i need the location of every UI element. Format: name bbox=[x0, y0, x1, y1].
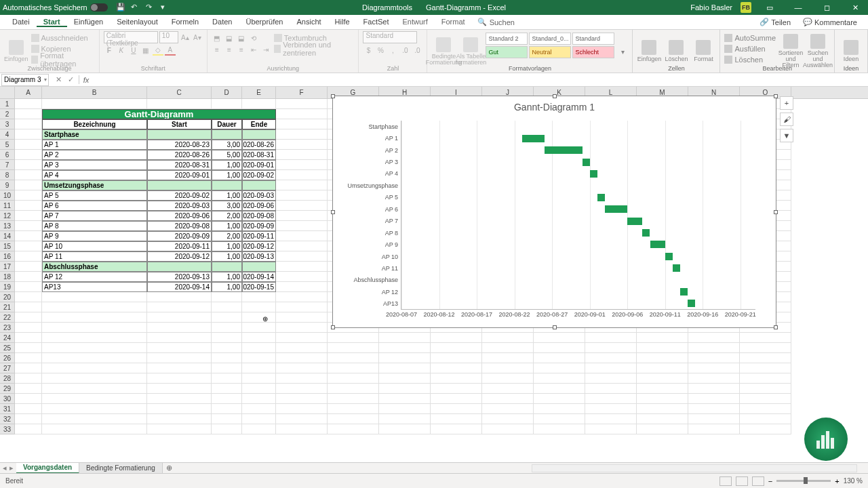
cell[interactable]: 2020-09-15 bbox=[242, 282, 276, 292]
cell[interactable] bbox=[212, 323, 242, 333]
cell[interactable] bbox=[147, 323, 212, 333]
row-header-23[interactable]: 23 bbox=[0, 323, 15, 333]
cell[interactable]: 2020-09-02 bbox=[242, 170, 276, 180]
row-header-30[interactable]: 30 bbox=[0, 394, 15, 404]
gantt-bar[interactable] bbox=[590, 170, 597, 178]
row-header-26[interactable]: 26 bbox=[0, 353, 15, 363]
row-header-13[interactable]: 13 bbox=[0, 221, 15, 231]
cell[interactable]: AP 12 bbox=[42, 272, 147, 282]
font-size-select[interactable]: 10 bbox=[159, 31, 178, 43]
col-header-D[interactable]: D bbox=[212, 87, 242, 98]
cell[interactable] bbox=[42, 394, 147, 404]
dec-decimal-icon[interactable]: .0 bbox=[412, 45, 422, 56]
cell[interactable] bbox=[15, 211, 42, 221]
cell[interactable]: 2020-08-26 bbox=[242, 140, 276, 150]
cell[interactable] bbox=[276, 353, 328, 363]
comma-icon[interactable]: , bbox=[387, 45, 398, 56]
orientation-icon[interactable]: ⟲ bbox=[248, 33, 259, 43]
cell[interactable] bbox=[15, 109, 42, 119]
cell[interactable] bbox=[276, 373, 328, 384]
fill-color-button[interactable]: ◇ bbox=[153, 45, 163, 56]
page-layout-view-icon[interactable] bbox=[736, 476, 748, 486]
cell[interactable] bbox=[534, 333, 585, 343]
cell[interactable]: 1,00 bbox=[212, 251, 242, 262]
align-center-icon[interactable]: ≡ bbox=[224, 44, 235, 55]
cell[interactable] bbox=[688, 404, 740, 414]
cell[interactable] bbox=[15, 170, 42, 180]
cell[interactable] bbox=[688, 424, 740, 434]
cell[interactable] bbox=[147, 424, 212, 434]
cell[interactable] bbox=[379, 343, 431, 353]
cell[interactable] bbox=[147, 180, 212, 190]
cell[interactable] bbox=[212, 302, 242, 312]
cell[interactable] bbox=[15, 363, 42, 373]
row-header-11[interactable]: 11 bbox=[0, 201, 15, 211]
percent-icon[interactable]: % bbox=[375, 45, 386, 56]
row-header-8[interactable]: 8 bbox=[0, 170, 15, 180]
cell[interactable]: AP 1 bbox=[42, 140, 147, 150]
cell[interactable]: 2020-09-14 bbox=[242, 272, 276, 282]
cell[interactable] bbox=[15, 231, 42, 241]
zoom-out-icon[interactable]: − bbox=[768, 477, 772, 485]
cell[interactable] bbox=[15, 333, 42, 343]
cell[interactable] bbox=[740, 394, 791, 404]
cell[interactable] bbox=[585, 424, 637, 434]
tab-überprüfen[interactable]: Überprüfen bbox=[239, 18, 290, 26]
redo-icon[interactable]: ↷ bbox=[146, 3, 155, 12]
cell[interactable]: Bezeichnung bbox=[42, 119, 147, 129]
cell[interactable] bbox=[534, 414, 585, 424]
cell[interactable] bbox=[15, 394, 42, 404]
row-header-9[interactable]: 9 bbox=[0, 180, 15, 190]
cell[interactable] bbox=[585, 363, 637, 373]
align-middle-icon[interactable]: ⬓ bbox=[224, 33, 235, 43]
cell[interactable] bbox=[328, 384, 379, 394]
cell[interactable] bbox=[242, 424, 276, 434]
cell[interactable]: 1,00 bbox=[212, 170, 242, 180]
cell[interactable] bbox=[482, 414, 534, 424]
cell[interactable]: 2020-09-11 bbox=[147, 241, 212, 251]
cell[interactable]: 2020-09-03 bbox=[147, 201, 212, 211]
col-header-F[interactable]: F bbox=[276, 87, 328, 98]
cell[interactable] bbox=[431, 384, 482, 394]
cell[interactable] bbox=[212, 384, 242, 394]
cell[interactable] bbox=[147, 129, 212, 140]
cell[interactable] bbox=[42, 343, 147, 353]
tell-me-search[interactable]: 🔍 Suchen bbox=[477, 18, 515, 26]
cell[interactable] bbox=[688, 353, 740, 363]
name-box[interactable]: Diagramm 3 bbox=[1, 74, 49, 86]
row-header-15[interactable]: 15 bbox=[0, 241, 15, 251]
cell[interactable] bbox=[637, 353, 688, 363]
tab-daten[interactable]: Daten bbox=[205, 18, 239, 26]
cell[interactable] bbox=[379, 404, 431, 414]
cell[interactable] bbox=[42, 404, 147, 414]
cell[interactable]: 2020-09-12 bbox=[242, 241, 276, 251]
row-header-4[interactable]: 4 bbox=[0, 129, 15, 140]
row-header-16[interactable]: 16 bbox=[0, 251, 15, 262]
cell[interactable]: Startphase bbox=[42, 129, 147, 140]
cell[interactable] bbox=[15, 343, 42, 353]
cell[interactable] bbox=[276, 424, 328, 434]
select-all-corner[interactable] bbox=[0, 87, 15, 98]
cell[interactable] bbox=[637, 414, 688, 424]
gantt-bar[interactable] bbox=[673, 264, 680, 272]
cell[interactable] bbox=[637, 424, 688, 434]
cell[interactable] bbox=[212, 363, 242, 373]
cell[interactable] bbox=[740, 353, 791, 363]
row-header-5[interactable]: 5 bbox=[0, 140, 15, 150]
cell[interactable] bbox=[276, 190, 328, 201]
cell[interactable]: Dauer bbox=[212, 119, 242, 129]
accept-formula-icon[interactable]: ✓ bbox=[65, 75, 76, 84]
font-color-button[interactable]: A bbox=[165, 45, 176, 56]
cell[interactable] bbox=[15, 282, 42, 292]
cell[interactable] bbox=[15, 190, 42, 201]
cell[interactable] bbox=[637, 333, 688, 343]
gantt-chart[interactable]: Gannt-Diagramm 1 2020-08-072020-08-12202… bbox=[332, 96, 776, 328]
cell[interactable]: AP 6 bbox=[42, 201, 147, 211]
cell[interactable] bbox=[482, 373, 534, 384]
cell[interactable]: 2020-09-14 bbox=[147, 282, 212, 292]
cell[interactable] bbox=[482, 353, 534, 363]
cell[interactable] bbox=[431, 373, 482, 384]
cell[interactable]: AP 11 bbox=[42, 251, 147, 262]
cell[interactable] bbox=[379, 353, 431, 363]
indent-dec-icon[interactable]: ⇤ bbox=[248, 44, 259, 55]
